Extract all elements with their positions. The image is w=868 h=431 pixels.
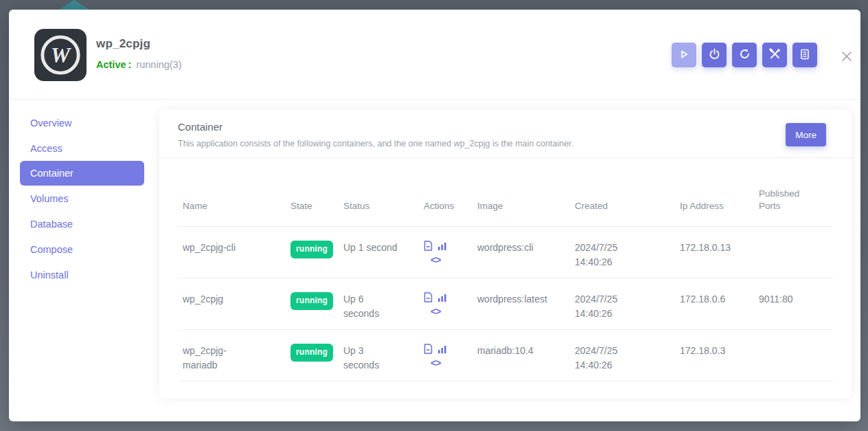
status-badge: running xyxy=(290,344,333,362)
background-app-logo xyxy=(59,0,89,10)
container-panel: Container This application consists of t… xyxy=(159,110,852,399)
terminal-icon[interactable]: <> xyxy=(431,253,472,267)
play-icon xyxy=(678,49,689,62)
row-actions: <> xyxy=(424,344,472,371)
logs-button[interactable] xyxy=(792,43,817,67)
cell-name: wp_2cpjg xyxy=(178,278,260,329)
more-button[interactable]: More xyxy=(786,123,826,146)
container-table: Name State Status Actions Image Created … xyxy=(178,158,833,399)
stats-icon[interactable] xyxy=(437,293,447,302)
stats-icon[interactable] xyxy=(437,344,447,354)
panel-description: This application consists of the followi… xyxy=(178,139,573,148)
power-icon xyxy=(709,48,720,62)
table-header-row: Name State Status Actions Image Created … xyxy=(178,158,833,227)
cell-created: 2024/7/25 14:40:26 xyxy=(570,278,637,329)
cell-ports xyxy=(754,227,833,278)
cell-ports xyxy=(754,330,833,381)
app-title: wp_2cpjg xyxy=(96,37,150,51)
cell-image: mariadb:10.4 xyxy=(472,330,570,381)
sidebar: Overview Access Container Volumes Databa… xyxy=(9,110,159,287)
col-header-actions: Actions xyxy=(419,200,472,226)
wordpress-logo: W xyxy=(34,29,87,81)
sidebar-item-volumes[interactable]: Volumes xyxy=(9,186,159,211)
table-bottom-spacer xyxy=(178,382,833,399)
cell-status: Up 3 seconds xyxy=(339,330,401,381)
cell-ip: 172.18.0.6 xyxy=(675,278,754,329)
cell-status: Up 1 second xyxy=(339,227,401,278)
cell-ip: 172.18.0.3 xyxy=(675,330,754,381)
table-row: wp_2cpjg-cli running Up 1 second <> word… xyxy=(178,227,833,278)
status-value: running(3) xyxy=(136,59,181,70)
col-header-ports: Published Ports xyxy=(754,188,809,226)
svg-text:W: W xyxy=(51,43,72,67)
log-icon xyxy=(799,49,810,62)
cell-image: wordpress:latest xyxy=(472,278,570,329)
params-button[interactable] xyxy=(762,43,787,67)
table-row: wp_2cpjg running Up 6 seconds <> wordpre… xyxy=(178,278,833,330)
restart-button[interactable] xyxy=(732,43,757,67)
log-file-icon[interactable] xyxy=(424,344,433,354)
row-actions: <> xyxy=(424,241,472,267)
terminal-icon[interactable]: <> xyxy=(431,305,472,319)
sidebar-item-compose[interactable]: Compose xyxy=(9,236,159,262)
app-detail-modal: W wp_2cpjg Active: running(3) xyxy=(9,10,860,421)
col-header-state: State xyxy=(286,200,339,226)
start-button[interactable] xyxy=(672,43,696,67)
refresh-icon xyxy=(739,48,751,62)
table-row: wp_2cpjg-mariadb running Up 3 seconds <>… xyxy=(178,330,833,382)
sidebar-item-uninstall[interactable]: Uninstall xyxy=(9,262,159,287)
tools-icon xyxy=(769,48,781,62)
sidebar-item-database[interactable]: Database xyxy=(9,211,159,236)
status-label: Active xyxy=(96,59,126,70)
cell-created: 2024/7/25 14:40:26 xyxy=(570,227,637,278)
stats-icon[interactable] xyxy=(437,241,447,251)
modal-header: W wp_2cpjg Active: running(3) xyxy=(9,10,860,100)
close-icon[interactable] xyxy=(839,49,854,64)
cell-created: 2024/7/25 14:40:26 xyxy=(570,330,637,381)
cell-ip: 172.18.0.13 xyxy=(675,227,754,278)
col-header-status: Status xyxy=(339,200,419,226)
col-header-image: Image xyxy=(472,200,570,226)
col-header-name: Name xyxy=(178,200,286,226)
cell-name: wp_2cpjg-mariadb xyxy=(178,330,260,381)
col-header-created: Created xyxy=(570,200,675,226)
log-file-icon[interactable] xyxy=(424,241,433,251)
log-file-icon[interactable] xyxy=(424,292,433,302)
stop-button[interactable] xyxy=(702,43,727,67)
cell-ports: 9011:80 xyxy=(754,278,833,329)
cell-image: wordpress:cli xyxy=(472,227,570,278)
sidebar-item-overview[interactable]: Overview xyxy=(9,110,159,135)
app-status: Active: running(3) xyxy=(96,59,182,70)
row-actions: <> xyxy=(424,292,472,319)
sidebar-item-container[interactable]: Container xyxy=(20,161,144,186)
col-header-ip: Ip Address xyxy=(675,200,754,226)
cell-status: Up 6 seconds xyxy=(339,278,401,329)
terminal-icon[interactable]: <> xyxy=(431,356,472,371)
cell-name: wp_2cpjg-cli xyxy=(178,227,260,278)
header-action-buttons xyxy=(672,43,817,67)
sidebar-item-access[interactable]: Access xyxy=(9,135,159,161)
status-badge: running xyxy=(290,241,333,258)
panel-header: Container This application consists of t… xyxy=(159,110,852,158)
panel-title: Container xyxy=(178,121,222,133)
status-badge: running xyxy=(290,292,333,310)
